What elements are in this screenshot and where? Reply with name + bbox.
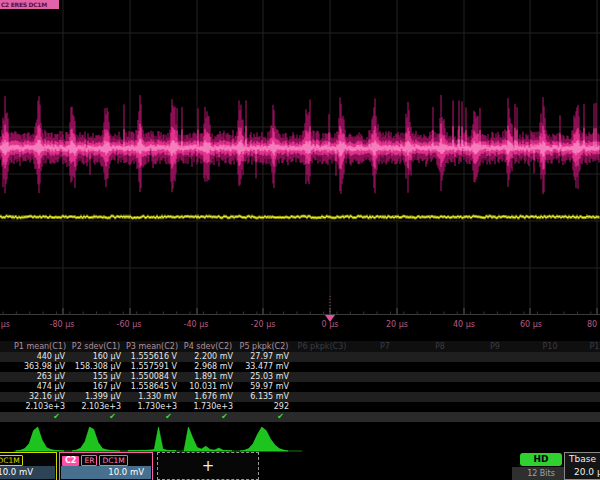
measurement-header-inactive[interactable]: P10: [542, 342, 557, 351]
measurement-value: 25.03 mV: [236, 372, 289, 381]
measurement-header-inactive[interactable]: P9: [490, 342, 500, 351]
measurement-value: 263 µV: [12, 372, 65, 381]
histicon[interactable]: [184, 427, 232, 451]
measurement-value: 1.555616 V: [124, 352, 177, 361]
measurement-value: 2.103e+3: [12, 402, 65, 411]
measurement-value: 1.550084 V: [124, 372, 177, 381]
measurement-header[interactable]: P4 sdev(C2): [180, 342, 236, 351]
measurement-value: 1.891 mV: [180, 372, 233, 381]
measurement-value: 1.558645 V: [124, 382, 177, 391]
waveform-grid: [0, 0, 600, 330]
measurement-header-inactive[interactable]: P7: [380, 342, 390, 351]
measurement-value: 32.16 µV: [12, 392, 65, 401]
time-tick-label: 60 µs: [504, 320, 558, 329]
measurement-header-inactive[interactable]: P8: [435, 342, 445, 351]
time-tick-label: -40 µs: [169, 320, 223, 329]
histicon[interactable]: [240, 427, 288, 451]
measurement-value: 1.557591 V: [124, 362, 177, 371]
measurement-value: 155 µV: [68, 372, 121, 381]
measurement-value: 6.135 mV: [236, 392, 289, 401]
measurement-value: 1.330 mV: [124, 392, 177, 401]
timebase-value: 20.0 µs: [574, 467, 600, 477]
measurement-status-check: ✔: [12, 412, 60, 421]
time-tick-label: 40 µs: [437, 320, 491, 329]
c1-trace-core: [0, 216, 599, 218]
measurement-value: 10.031 mV: [180, 382, 233, 391]
measurement-value: 474 µV: [12, 382, 65, 391]
c2-vertical-scale: 10.0 mV: [61, 466, 151, 479]
hd-bits-label: 12 Bits: [512, 467, 570, 480]
trace-annotation-badge: C2 ERES DC1M: [0, 0, 59, 9]
measurement-status-check: ✔: [180, 412, 228, 421]
measurement-value: 59.97 mV: [236, 382, 289, 391]
measurement-header-inactive[interactable]: P11: [589, 342, 600, 351]
time-tick-label: -60 µs: [102, 320, 156, 329]
c1-vertical-scale: 10.0 mV: [0, 466, 55, 479]
measurement-header[interactable]: P5 pkpk(C2): [236, 342, 292, 351]
histicon[interactable]: [72, 427, 120, 451]
measurement-value: 158.308 µV: [68, 362, 121, 371]
time-tick-label: 20 µs: [370, 320, 424, 329]
measurement-status-check: ✔: [124, 412, 172, 421]
timebase-descriptor-box[interactable]: Tbase 20.0 µs: [564, 452, 600, 480]
c2-trace-bright: [0, 124, 599, 170]
c1-coupling-badge: DC1M: [0, 455, 23, 466]
time-tick-label: 0 µs: [303, 320, 357, 329]
measurement-value: 1.730e+3: [124, 402, 177, 411]
measurement-header[interactable]: P1 mean(C1): [12, 342, 68, 351]
measurement-value: 2.200 mV: [180, 352, 233, 361]
measurement-value: 440 µV: [12, 352, 65, 361]
histicon[interactable]: [16, 427, 64, 451]
add-trace-button[interactable]: +: [157, 452, 259, 480]
hd-mode-badge[interactable]: HD: [520, 453, 562, 466]
timebase-label: Tbase: [569, 454, 596, 464]
measurement-header-inactive[interactable]: P6 pkpk(C3): [298, 342, 347, 351]
measurement-value: 1.676 mV: [180, 392, 233, 401]
measurement-status-check: ✔: [236, 412, 284, 421]
c2-trace: [0, 95, 599, 194]
measurement-value: 2.103e+3: [68, 402, 121, 411]
measurement-status-check: ✔: [68, 412, 116, 421]
c1-trace: [0, 215, 599, 220]
c2-descriptor-box[interactable]: C2 ER DC1M 10.0 mV: [59, 452, 153, 480]
c2-trace-core: [0, 139, 599, 157]
measurement-value: 1.399 µV: [68, 392, 121, 401]
measurement-histicons[interactable]: [0, 424, 330, 454]
time-tick-label: -80 µs: [35, 320, 89, 329]
measurement-table[interactable]: P1 mean(C1)P2 sdev(C1)P3 mean(C2)P4 sdev…: [0, 341, 600, 423]
c1-descriptor-box[interactable]: C1 DC1M 10.0 mV: [0, 452, 57, 480]
measurement-value: 1.730e+3: [180, 402, 233, 411]
histicon[interactable]: [128, 427, 176, 451]
measurement-value: 363.98 µV: [12, 362, 65, 371]
c2-coupling-badge: DC1M: [99, 455, 127, 466]
measurement-value: 292: [236, 402, 289, 411]
time-tick-label: -100 µs: [0, 320, 22, 329]
measurement-header[interactable]: P3 mean(C2): [124, 342, 180, 351]
oscilloscope-screen: C2 ERES DC1M -100 µs-80 µs-60 µs-40 µs-2…: [0, 0, 600, 480]
time-tick-label: -20 µs: [236, 320, 290, 329]
measurement-value: 27.97 mV: [236, 352, 289, 361]
time-tick-label: 80 µs: [571, 320, 600, 329]
measurement-value: 2.968 mV: [180, 362, 233, 371]
measurement-header[interactable]: P2 sdev(C1): [68, 342, 124, 351]
c2-channel-badge: C2: [62, 456, 79, 466]
measurement-value: 33.477 mV: [236, 362, 289, 371]
measurement-value: 160 µV: [68, 352, 121, 361]
measurement-value: 167 µV: [68, 382, 121, 391]
c2-eres-badge: ER: [81, 455, 97, 466]
